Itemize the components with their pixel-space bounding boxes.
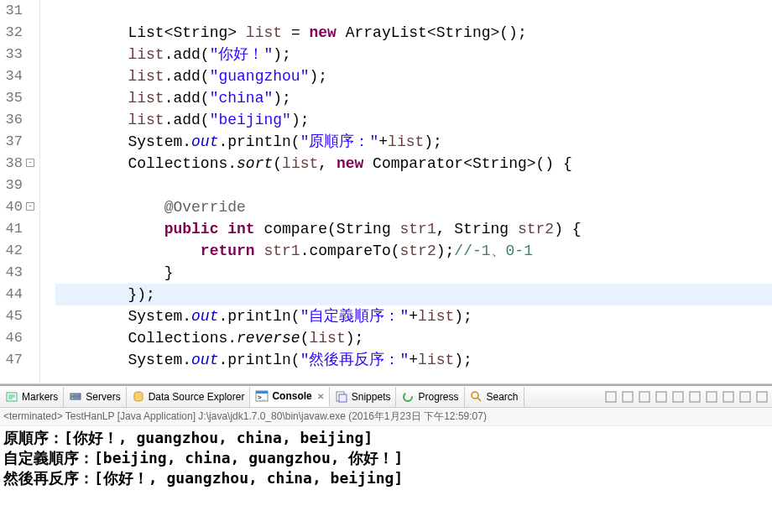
svg-rect-21 — [740, 392, 750, 402]
code-line[interactable]: @Override — [55, 196, 772, 218]
snippets-icon — [335, 390, 348, 404]
remove-all-icon[interactable] — [621, 390, 634, 404]
line-number: 38- — [0, 153, 23, 175]
svg-rect-22 — [757, 392, 767, 402]
min-icon[interactable] — [738, 390, 752, 404]
tab-search[interactable]: Search — [465, 387, 524, 407]
svg-rect-14 — [623, 392, 633, 402]
tab-label: Search — [487, 391, 519, 403]
bottom-panel: MarkersServersData Source Explorer>_Cons… — [0, 384, 772, 490]
max-icon[interactable] — [755, 390, 769, 404]
word-wrap-icon[interactable] — [722, 390, 735, 404]
code-line[interactable]: System.out.println("自定義順序："+list); — [55, 305, 772, 327]
line-number: 43 — [0, 262, 23, 284]
console-line: 原順序：[你好！, guangzhou, china, beijing] — [3, 428, 769, 448]
console-line: 自定義順序：[beijing, china, guangzhou, 你好！] — [3, 448, 769, 468]
open-console-icon[interactable] — [671, 390, 685, 404]
tab-label: Snippets — [352, 391, 391, 403]
svg-rect-18 — [690, 392, 700, 402]
close-icon[interactable]: ✕ — [317, 392, 324, 401]
svg-rect-13 — [606, 392, 616, 402]
tab-label: Console — [272, 390, 311, 402]
code-line[interactable] — [55, 0, 772, 22]
clear-icon[interactable] — [688, 390, 702, 404]
code-line[interactable]: list.add("guangzhou"); — [55, 65, 772, 87]
line-gutter: 3132333435363738-3940-41424344454647 — [0, 0, 40, 383]
svg-point-12 — [472, 392, 478, 399]
svg-rect-15 — [639, 392, 649, 402]
code-line[interactable]: Collections.reverse(list); — [55, 327, 772, 349]
line-number: 35 — [0, 87, 23, 109]
svg-point-11 — [404, 393, 412, 401]
code-line[interactable]: list.add("beijing"); — [55, 109, 772, 131]
code-line[interactable]: } — [55, 262, 772, 284]
tab-servers[interactable]: Servers — [64, 387, 126, 407]
line-number: 32 — [0, 22, 23, 44]
datasource-icon — [132, 390, 145, 404]
console-line: 然後再反序：[你好！, guangzhou, china, beijing] — [3, 468, 769, 488]
line-number: 40- — [0, 196, 23, 218]
line-number: 39 — [0, 175, 23, 196]
tab-label: Progress — [418, 391, 458, 403]
svg-point-3 — [72, 394, 74, 395]
line-number: 33 — [0, 44, 23, 65]
code-line[interactable] — [55, 175, 772, 196]
tab-label: Servers — [86, 391, 120, 403]
svg-rect-16 — [656, 392, 666, 402]
code-line[interactable]: List<String> list = new ArrayList<String… — [55, 22, 772, 44]
tab-data-source-explorer[interactable]: Data Source Explorer — [127, 387, 251, 407]
svg-rect-19 — [707, 392, 717, 402]
progress-icon — [401, 390, 415, 404]
console-toolbar — [604, 390, 772, 404]
terminate-icon[interactable] — [604, 390, 618, 404]
line-number: 36 — [0, 109, 23, 131]
code-line[interactable]: list.add("china"); — [55, 87, 772, 109]
fold-toggle-icon[interactable]: - — [26, 159, 34, 167]
line-number: 45 — [0, 305, 23, 327]
tab-markers[interactable]: Markers — [0, 387, 64, 407]
line-number: 47 — [0, 349, 23, 371]
svg-rect-10 — [339, 394, 347, 402]
tab-label: Markers — [22, 391, 58, 403]
code-line[interactable]: }); — [55, 284, 772, 305]
line-number: 31 — [0, 0, 23, 22]
tab-label: Data Source Explorer — [149, 391, 245, 403]
svg-rect-20 — [723, 392, 733, 402]
code-line[interactable]: System.out.println("然後再反序："+list); — [55, 349, 772, 371]
display-icon[interactable] — [655, 390, 668, 404]
code-line[interactable]: list.add("你好！"); — [55, 44, 772, 65]
code-area[interactable]: List<String> list = new ArrayList<String… — [40, 0, 772, 383]
svg-rect-17 — [673, 392, 683, 402]
code-line[interactable]: Collections.sort(list, new Comparator<St… — [55, 153, 772, 175]
console-icon: >_ — [255, 389, 269, 403]
tab-console[interactable]: >_Console✕ — [250, 387, 329, 407]
marker-icon — [5, 390, 18, 404]
line-number: 37 — [0, 131, 23, 153]
server-icon — [69, 390, 82, 404]
fold-toggle-icon[interactable]: - — [26, 202, 34, 211]
code-line[interactable]: System.out.println("原順序："+list); — [55, 131, 772, 153]
line-number: 34 — [0, 65, 23, 87]
console-process-status: <terminated> TestHanLP [Java Application… — [0, 408, 772, 426]
search-icon — [470, 390, 483, 404]
line-number: 46 — [0, 327, 23, 349]
console-output[interactable]: 原順序：[你好！, guangzhou, china, beijing]自定義順… — [0, 426, 772, 490]
views-tab-bar: MarkersServersData Source Explorer>_Cons… — [0, 386, 772, 408]
tab-snippets[interactable]: Snippets — [330, 387, 397, 407]
line-number: 42 — [0, 240, 23, 262]
code-line[interactable]: return str1.compareTo(str2);//-1、0-1 — [55, 240, 772, 262]
pin-icon[interactable] — [638, 390, 651, 404]
code-editor[interactable]: 3132333435363738-3940-41424344454647 Lis… — [0, 0, 772, 384]
scroll-lock-icon[interactable] — [705, 390, 718, 404]
tab-progress[interactable]: Progress — [396, 387, 464, 407]
svg-point-4 — [72, 397, 74, 399]
line-number: 41 — [0, 218, 23, 240]
code-line[interactable]: public int compare(String str1, String s… — [55, 218, 772, 240]
line-number: 44 — [0, 284, 23, 305]
svg-text:>_: >_ — [258, 394, 266, 401]
